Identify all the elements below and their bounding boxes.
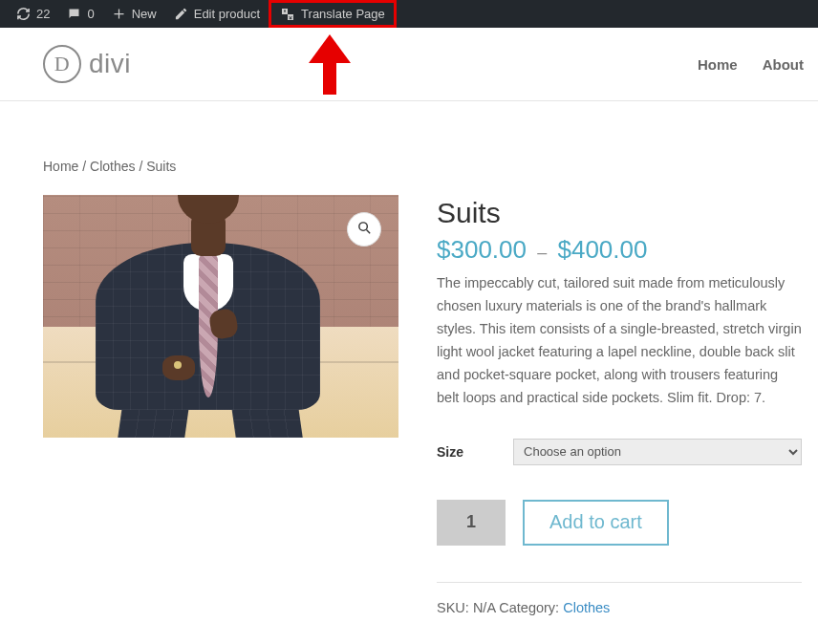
admin-new-label: New bbox=[132, 7, 157, 21]
breadcrumb-category[interactable]: Clothes bbox=[90, 159, 135, 174]
breadcrumb-sep: / bbox=[82, 159, 90, 174]
admin-translate-label: Translate Page bbox=[301, 7, 385, 21]
admin-comments-count: 0 bbox=[87, 7, 94, 21]
admin-translate-page[interactable]: Translate Page bbox=[269, 0, 397, 28]
price-high: 400.00 bbox=[571, 235, 648, 264]
price-high-symbol: $ bbox=[557, 235, 570, 264]
admin-comments[interactable]: 0 bbox=[58, 0, 102, 28]
admin-updates[interactable]: 22 bbox=[8, 0, 58, 28]
price-separator: – bbox=[533, 243, 550, 262]
quantity-input[interactable] bbox=[437, 500, 506, 546]
primary-nav: Home About bbox=[698, 56, 804, 73]
category-label: Category: bbox=[499, 600, 559, 615]
site-logo[interactable]: D divi bbox=[43, 45, 131, 83]
admin-updates-count: 22 bbox=[36, 7, 50, 21]
main-content: Home / Clothes / Suits bbox=[0, 101, 818, 634]
breadcrumb-sep: / bbox=[139, 159, 146, 174]
plus-icon bbox=[112, 7, 126, 21]
product-image[interactable] bbox=[43, 195, 398, 438]
pencil-icon bbox=[174, 7, 188, 21]
wp-admin-bar: 22 0 New Edit product Translate Page bbox=[0, 0, 818, 28]
breadcrumb-current: Suits bbox=[146, 159, 176, 174]
admin-edit-label: Edit product bbox=[194, 7, 260, 21]
svg-point-0 bbox=[358, 222, 367, 230]
translate-icon bbox=[280, 7, 295, 22]
size-select[interactable]: Choose an option bbox=[513, 439, 802, 465]
meta-divider bbox=[437, 582, 802, 583]
product: Suits $300.00 – $400.00 The impeccably c… bbox=[43, 195, 804, 615]
breadcrumb: Home / Clothes / Suits bbox=[43, 159, 804, 174]
sku-label: SKU: bbox=[437, 600, 469, 615]
price-low-symbol: $ bbox=[437, 235, 450, 264]
breadcrumb-home[interactable]: Home bbox=[43, 159, 78, 174]
admin-new[interactable]: New bbox=[103, 0, 165, 28]
site-header: D divi Home About bbox=[0, 28, 818, 101]
logo-text: divi bbox=[89, 49, 131, 79]
price-low: 300.00 bbox=[450, 235, 527, 264]
comment-icon bbox=[67, 7, 81, 21]
category-link[interactable]: Clothes bbox=[563, 600, 610, 615]
product-summary: Suits $300.00 – $400.00 The impeccably c… bbox=[437, 195, 802, 615]
logo-mark: D bbox=[43, 45, 81, 83]
product-title: Suits bbox=[437, 197, 802, 229]
magnifier-icon bbox=[356, 220, 373, 240]
nav-home[interactable]: Home bbox=[698, 56, 738, 73]
product-meta: SKU: N/A Category: Clothes bbox=[437, 600, 802, 615]
admin-edit-product[interactable]: Edit product bbox=[165, 0, 269, 28]
refresh-icon bbox=[16, 7, 31, 21]
zoom-button[interactable] bbox=[347, 212, 381, 247]
product-price: $300.00 – $400.00 bbox=[437, 235, 802, 265]
add-to-cart-row: Add to cart bbox=[437, 500, 802, 546]
add-to-cart-button[interactable]: Add to cart bbox=[523, 500, 669, 546]
variation-label: Size bbox=[437, 444, 463, 460]
nav-about[interactable]: About bbox=[763, 56, 804, 73]
sku-value: N/A bbox=[473, 600, 495, 615]
product-description: The impeccably cut, tailored suit made f… bbox=[437, 272, 802, 410]
variation-row: Size Choose an option bbox=[437, 439, 802, 465]
